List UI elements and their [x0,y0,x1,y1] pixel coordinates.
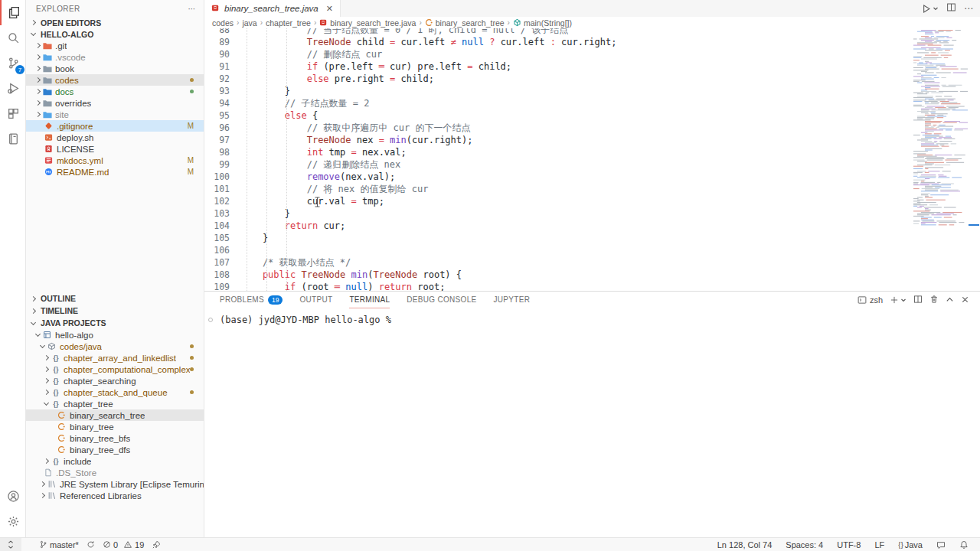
modified-dot [190,90,194,93]
workspace-root-header[interactable]: HELLO-ALGO [26,28,204,40]
open-editors-header[interactable]: OPEN EDITORS [26,17,204,28]
chevron-down-icon [31,31,36,36]
close-icon[interactable]: ✕ [326,4,333,14]
git-status-badge: M [188,168,204,176]
file-tree-item[interactable]: overrides [26,97,204,109]
timeline-header[interactable]: TIMELINE [26,305,204,317]
terminal-launch-icon[interactable]: zsh [858,295,883,305]
breadcrumb-item[interactable]: java [242,18,256,28]
tab-binary-search-tree[interactable]: binary_search_tree.java ✕ [204,0,341,17]
eol-sequence[interactable]: LF [871,538,888,551]
code-line: 104 return cur; [204,220,911,232]
problems-status[interactable]: 0 19 [99,538,148,551]
split-terminal-icon[interactable] [913,295,923,305]
java-tree-item[interactable]: hello-algo [26,329,204,341]
code-line: 97 TreeNode nex = min(cur.right); [204,134,911,146]
settings-gear-icon[interactable] [0,509,26,534]
breadcrumb-separator: › [508,18,510,27]
minimap[interactable] [911,28,968,258]
run-and-debug-icon[interactable] [0,76,26,101]
project-icon [42,331,52,339]
notebook-icon[interactable] [0,126,26,152]
feedback-icon[interactable] [933,538,949,551]
file-tree-item[interactable]: LICENSE [26,143,204,155]
more-actions-icon[interactable]: ⋯ [188,5,196,13]
java-tree-item[interactable]: Referenced Libraries [26,490,204,501]
java-tree-item[interactable]: JRE System Library [Eclipse Temurin 17 [… [26,478,204,490]
file-tree-item[interactable]: .git [26,40,204,51]
search-icon[interactable] [0,25,26,51]
file-tree-item[interactable]: deploy.sh [26,132,204,143]
panel-tab-problems[interactable]: PROBLEMS19 [220,292,283,308]
status-bar: master* 0 19 Ln 128, Col 74 Spaces: 4 UT… [0,537,980,551]
account-icon[interactable] [0,484,26,509]
encoding[interactable]: UTF-8 [833,538,864,551]
more-actions-icon[interactable]: ⋯ [964,3,974,14]
class-icon [57,445,67,454]
breadcrumb-item[interactable]: binary_search_tree [425,18,505,28]
ruler-cursor-marker [969,224,979,226]
java-tree-item[interactable]: { }chapter_tree [26,398,204,409]
file-tree-item[interactable]: docs [26,86,204,97]
panel-tab-jupyter[interactable]: JUPYTER [494,292,531,308]
java-tree-item[interactable]: binary_tree_bfs [26,432,204,444]
file-tree-item[interactable]: book [26,63,204,74]
language-mode[interactable]: { } Java [894,538,926,551]
code-line: 92 else pre.right = child; [204,73,911,85]
git-branch-status[interactable]: master* [35,538,83,551]
close-panel-icon[interactable] [961,295,969,305]
chevron-right-icon [35,43,41,48]
sidebar-title: EXPLORER [36,5,80,13]
code-editor[interactable]: 88 // 当子结点数量 = 0 / 1 时, child = null / 该… [204,28,911,291]
java-tree-item[interactable]: .DS_Store [26,467,204,478]
java-tree-item[interactable]: { }chapter_array_and_linkedlist [26,352,204,364]
code-line: 106 [204,244,911,256]
java-file-icon [319,18,328,27]
modified-dot [190,78,194,82]
java-tree-item[interactable]: binary_tree [26,421,204,432]
java-tree-item[interactable]: binary_search_tree [26,409,204,421]
java-tree-item[interactable]: { }chapter_searching [26,375,204,386]
panel-tab-debug-console[interactable]: DEBUG CONSOLE [407,292,476,308]
java-tree-item[interactable]: { }chapter_stack_and_queue [26,386,204,398]
file-tree-item[interactable]: README.mdM [26,166,204,178]
file-tree-item[interactable]: codes [26,74,204,86]
file-tree-item[interactable]: site [26,109,204,120]
kill-terminal-icon[interactable] [929,295,939,305]
split-editor-icon[interactable] [946,2,956,15]
scm-badge: 7 [15,65,24,74]
cursor-position[interactable]: Ln 128, Col 74 [714,538,776,551]
java-tree-item[interactable]: { }include [26,455,204,467]
extensions-icon[interactable] [0,101,26,126]
notifications-bell-icon[interactable] [956,538,972,551]
rocket-status-icon[interactable] [148,538,165,551]
source-control-icon[interactable]: 7 [0,51,26,76]
sync-status[interactable] [83,538,99,551]
java-tree-item[interactable]: codes/java [26,341,204,352]
java-tree-item[interactable]: { }chapter_computational_complexity [26,364,204,375]
file-tree-item[interactable]: mkdocs.ymlM [26,155,204,166]
breadcrumb-item[interactable]: codes [212,18,234,28]
terminal-prompt[interactable]: (base) jyd@JYD-MBP hello-algo % [220,315,391,325]
remote-indicator[interactable] [0,538,21,551]
overview-ruler[interactable] [968,17,980,291]
new-terminal-icon[interactable] [890,295,906,305]
explorer-icon[interactable] [0,0,26,25]
command-decoration [208,318,213,322]
breadcrumb-item[interactable]: chapter_tree [266,18,311,28]
indentation[interactable]: Spaces: 4 [782,538,827,551]
file-tree-item[interactable]: .gitignoreM [26,120,204,132]
panel-tab-terminal[interactable]: TERMINAL [349,292,390,308]
code-line: 99 // 递归删除结点 nex [204,158,911,171]
panel-tab-output[interactable]: OUTPUT [299,292,332,308]
outline-header[interactable]: OUTLINE [26,292,204,305]
breadcrumb-item[interactable]: binary_search_tree.java [319,18,416,28]
breadcrumb-item[interactable]: main(String[]) [513,18,572,28]
run-button[interactable] [921,4,939,14]
code-line: 109 if (root ═ null) return root; [204,281,911,291]
java-tree-item[interactable]: binary_tree_dfs [26,444,204,455]
file-tree-item[interactable]: .vscode [26,51,204,63]
code-line: 94 // 子结点数量 = 2 [204,97,911,109]
java-projects-header[interactable]: JAVA PROJECTS [26,317,204,329]
maximize-panel-icon[interactable] [946,295,954,305]
